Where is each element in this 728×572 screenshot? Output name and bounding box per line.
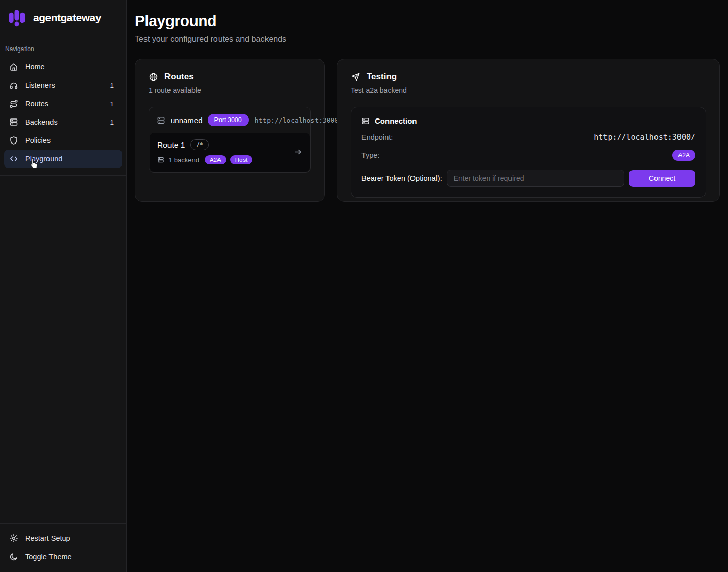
route-path-badge: /*: [190, 139, 208, 150]
toggle-theme-button[interactable]: Toggle Theme: [4, 547, 122, 566]
sidebar-item-label: Routes: [25, 100, 48, 108]
sidebar-item-label: Playground: [25, 155, 62, 163]
sidebar-item-home[interactable]: Home: [4, 58, 122, 76]
page-subtitle: Test your configured routes and backends: [135, 35, 720, 44]
route-backend-count: 1 backend: [168, 156, 199, 164]
sidebar-item-label: Policies: [25, 136, 51, 145]
sidebar-item-label: Backends: [25, 118, 58, 126]
shield-icon: [9, 136, 18, 145]
sidebar-item-label: Home: [25, 63, 45, 71]
route-host-badge: Host: [230, 155, 253, 164]
restart-setup-label: Restart Setup: [25, 534, 70, 542]
arrow-right-icon[interactable]: [294, 148, 302, 156]
listener-port-badge: Port 3000: [208, 114, 249, 126]
sidebar-item-count: 1: [110, 118, 117, 126]
sidebar-item-count: 1: [110, 82, 117, 89]
nav-section-label: Navigation: [4, 41, 122, 58]
bearer-token-label: Bearer Token (Optional):: [361, 174, 442, 182]
sidebar-spacer: [0, 176, 126, 523]
route-icon: [9, 99, 18, 108]
sidebar-item-backends[interactable]: Backends 1: [4, 113, 122, 131]
app-logo[interactable]: agentgateway: [0, 0, 126, 36]
code-icon: [9, 154, 18, 163]
bearer-token-row: Bearer Token (Optional): Connect: [361, 170, 695, 187]
listener-header: unnamed Port 3000 http://localhost:3000/: [149, 107, 310, 133]
routes-card: Routes 1 route available unnamed Port 30…: [135, 59, 325, 202]
route-list-item[interactable]: Route 1 /* 1 backend: [150, 133, 310, 172]
sidebar-nav: Navigation Home Listeners 1: [0, 36, 126, 176]
testing-card: Testing Test a2a backend Connection En: [337, 59, 720, 202]
gear-icon: [9, 534, 18, 543]
sidebar-item-routes[interactable]: Routes 1: [4, 94, 122, 113]
routes-card-header: Routes: [149, 72, 311, 82]
headphones-icon: [9, 81, 18, 90]
sidebar-item-label: Listeners: [25, 81, 55, 89]
sidebar-item-count: 1: [110, 100, 117, 108]
endpoint-row: Endpoint: http://localhost:3000/: [361, 133, 695, 142]
agentgateway-logo-icon: [7, 8, 27, 28]
sidebar-item-policies[interactable]: Policies: [4, 131, 122, 150]
sidebar: agentgateway Navigation Home Listeners: [0, 0, 127, 572]
connection-panel: Connection Endpoint: http://localhost:30…: [351, 107, 706, 198]
testing-card-header: Testing: [351, 72, 706, 82]
main-content: Playground Test your configured routes a…: [127, 0, 728, 572]
routes-card-subtitle: 1 route available: [149, 86, 311, 94]
listener-url: http://localhost:3000/: [255, 116, 343, 124]
app-title: agentgateway: [33, 12, 101, 24]
globe-icon: [149, 72, 158, 82]
bearer-token-input[interactable]: [447, 170, 624, 187]
route-a2a-badge: A2A: [205, 155, 226, 164]
routes-card-title: Routes: [164, 72, 194, 82]
sidebar-item-playground[interactable]: Playground: [4, 150, 122, 168]
connect-button[interactable]: Connect: [629, 170, 695, 187]
listener-name: unnamed: [171, 116, 203, 125]
server-icon: [9, 117, 18, 127]
server-icon: [157, 116, 165, 125]
type-row: Type: A2A: [361, 150, 695, 161]
sidebar-item-listeners[interactable]: Listeners 1: [4, 76, 122, 94]
endpoint-value: http://localhost:3000/: [594, 133, 695, 142]
cards-row: Routes 1 route available unnamed Port 30…: [135, 59, 720, 202]
restart-setup-button[interactable]: Restart Setup: [4, 529, 122, 547]
page-title: Playground: [135, 12, 720, 30]
testing-card-title: Testing: [367, 72, 397, 82]
route-item-body: Route 1 /* 1 backend: [157, 139, 294, 164]
connection-header: Connection: [361, 116, 695, 125]
type-badge: A2A: [672, 150, 695, 161]
server-icon: [157, 156, 164, 163]
testing-card-subtitle: Test a2a backend: [351, 86, 706, 94]
listener-panel: unnamed Port 3000 http://localhost:3000/…: [149, 107, 311, 173]
toggle-theme-label: Toggle Theme: [25, 553, 72, 561]
type-label: Type:: [361, 151, 379, 159]
route-name: Route 1: [157, 140, 185, 150]
send-icon: [351, 72, 360, 82]
moon-icon: [9, 552, 18, 561]
connection-title: Connection: [375, 116, 417, 125]
endpoint-label: Endpoint:: [361, 133, 393, 141]
sidebar-footer: Restart Setup Toggle Theme: [0, 523, 126, 572]
server-icon: [361, 117, 370, 125]
home-icon: [9, 62, 18, 72]
